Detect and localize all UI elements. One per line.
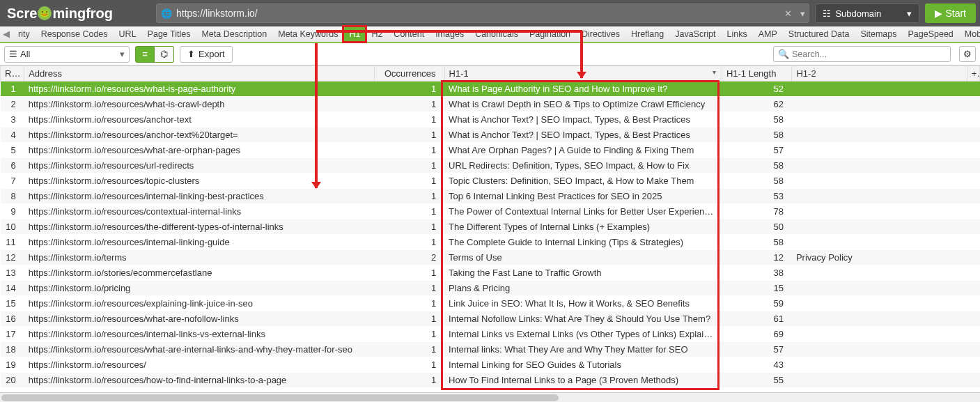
table-row[interactable]: 15https://linkstorm.io/resources/explain…	[1, 296, 980, 311]
url-dropdown-icon[interactable]: ▾	[796, 8, 809, 19]
tab-sitemaps[interactable]: Sitemaps	[855, 26, 902, 42]
search-input[interactable]	[792, 49, 946, 59]
cell-address: https://linkstorm.io/stories/ecommercefa…	[24, 265, 375, 281]
cell-rownum: 3	[1, 112, 24, 127]
filter-dropdown[interactable]: ☰ All ▾	[4, 46, 130, 63]
tab-structured-data[interactable]: Structured Data	[783, 26, 855, 42]
cell-h1-1-length: 58	[722, 173, 792, 189]
tab-links[interactable]: Links	[722, 26, 753, 42]
cell-h1-1: What is Anchor Text? | SEO Impact, Types…	[444, 127, 722, 143]
search-box[interactable]: 🔍	[773, 46, 951, 62]
start-button[interactable]: ▶ Start	[925, 3, 976, 23]
tab-amp[interactable]: AMP	[753, 26, 783, 42]
tab-directives[interactable]: Directives	[576, 26, 625, 42]
settings-button[interactable]: ⚙	[959, 46, 976, 62]
tab-response-codes[interactable]: Response Codes	[36, 26, 114, 42]
tab-url[interactable]: URL	[114, 26, 142, 42]
cell-h1-2	[792, 158, 967, 173]
cell-occurrences: 1	[375, 265, 445, 281]
cell-plus	[967, 173, 979, 189]
table-row[interactable]: 16https://linkstorm.io/resources/what-ar…	[1, 311, 980, 327]
list-view-button[interactable]: ≡	[135, 46, 155, 63]
tab-scroll-left[interactable]: ◀	[0, 26, 13, 42]
cell-occurrences: 1	[375, 204, 445, 219]
tab-content[interactable]: Content	[388, 26, 430, 42]
clear-url-icon[interactable]: ✕	[779, 8, 796, 19]
cell-plus	[967, 112, 979, 127]
cell-address: https://linkstorm.io/resources/	[24, 357, 375, 373]
annotation-arrow	[580, 31, 583, 78]
tab-canonicals[interactable]: Canonicals	[469, 26, 524, 42]
cell-h1-1-length: 53	[722, 189, 792, 204]
table-row[interactable]: 11https://linkstorm.io/resources/interna…	[1, 235, 980, 250]
table-row[interactable]: 13https://linkstorm.io/stories/ecommerce…	[1, 265, 980, 281]
table-row[interactable]: 19https://linkstorm.io/resources/1Intern…	[1, 357, 980, 373]
tab-pagination[interactable]: Pagination	[524, 26, 576, 42]
tab-meta-description[interactable]: Meta Description	[196, 26, 272, 42]
table-row[interactable]: 12https://linkstorm.io/terms2Terms of Us…	[1, 250, 980, 265]
col-row[interactable]: Row	[1, 66, 24, 82]
table-header-row: Row Address Occurrences H1-1 H1-1 Length…	[1, 66, 980, 82]
cell-h1-1: Internal Links vs External Links (vs Oth…	[444, 327, 722, 342]
cell-h1-1-length: 43	[722, 357, 792, 373]
url-input[interactable]	[176, 8, 779, 19]
table-row[interactable]: 9https://linkstorm.io/resources/contextu…	[1, 204, 980, 219]
tab-pagespeed[interactable]: PageSpeed	[902, 26, 958, 42]
table-row[interactable]: 8https://linkstorm.io/resources/internal…	[1, 189, 980, 204]
cell-h1-1: The Power of Contextual Internal Links f…	[444, 204, 722, 219]
cell-h1-2	[792, 173, 967, 189]
table-row[interactable]: 18https://linkstorm.io/resources/what-ar…	[1, 342, 980, 357]
cell-h1-1-length: 55	[722, 373, 792, 388]
scrollbar-thumb[interactable]	[1, 394, 559, 401]
tab-images[interactable]: Images	[430, 26, 469, 42]
cell-rownum: 19	[1, 357, 24, 373]
url-bar[interactable]: 🌐 ✕ ▾	[156, 3, 809, 23]
table-row[interactable]: 7https://linkstorm.io/resources/topic-cl…	[1, 173, 980, 189]
table-row[interactable]: 2https://linkstorm.io/resources/what-is-…	[1, 97, 980, 112]
cell-h1-2	[792, 204, 967, 219]
tab-rity[interactable]: rity	[13, 26, 36, 42]
cell-plus	[967, 143, 979, 158]
horizontal-scrollbar[interactable]	[0, 392, 980, 402]
tab-page-titles[interactable]: Page Titles	[142, 26, 196, 42]
table-row[interactable]: 10https://linkstorm.io/resources/the-dif…	[1, 219, 980, 235]
cell-h1-1: Top 6 Internal Linking Best Practices fo…	[444, 189, 722, 204]
cell-occurrences: 1	[375, 219, 445, 235]
cell-rownum: 16	[1, 311, 24, 327]
table-row[interactable]: 1https://linkstorm.io/resources/what-is-…	[1, 82, 980, 97]
cell-plus	[967, 265, 979, 281]
tab-javascript[interactable]: JavaScript	[669, 26, 721, 42]
export-label: Export	[199, 49, 225, 59]
col-address[interactable]: Address	[24, 66, 375, 82]
table-row[interactable]: 17https://linkstorm.io/resources/interna…	[1, 327, 980, 342]
table-row[interactable]: 6https://linkstorm.io/resources/url-redi…	[1, 158, 980, 173]
cell-occurrences: 1	[375, 327, 445, 342]
table-row[interactable]: 14https://linkstorm.io/pricing1Plans & P…	[1, 281, 980, 296]
tab-hreflang[interactable]: Hreflang	[625, 26, 669, 42]
tab-h2[interactable]: H2	[366, 26, 388, 42]
table-row[interactable]: 4https://linkstorm.io/resources/anchor-t…	[1, 127, 980, 143]
col-occurrences[interactable]: Occurrences	[375, 66, 445, 82]
cell-address: https://linkstorm.io/resources/what-are-…	[24, 342, 375, 357]
table-row[interactable]: 5https://linkstorm.io/resources/what-are…	[1, 143, 980, 158]
col-h1-1-length[interactable]: H1-1 Length	[722, 66, 792, 82]
col-h1-2[interactable]: H1-2	[792, 66, 967, 82]
cell-occurrences: 1	[375, 235, 445, 250]
cell-h1-1: URL Redirects: Definition, Types, SEO Im…	[444, 158, 722, 173]
mode-selector[interactable]: ☷ Subdomain ▾	[815, 3, 919, 23]
cell-h1-1: Terms of Use	[444, 250, 722, 265]
cell-rownum: 5	[1, 143, 24, 158]
table-row[interactable]: 3https://linkstorm.io/resources/anchor-t…	[1, 112, 980, 127]
tree-view-button[interactable]: ⌬	[155, 46, 174, 63]
results-grid[interactable]: Row Address Occurrences H1-1 H1-1 Length…	[0, 65, 980, 392]
col-add[interactable]: +	[967, 66, 979, 82]
tab-meta-keywords[interactable]: Meta Keywords	[272, 26, 343, 42]
cell-h1-2	[792, 112, 967, 127]
table-row[interactable]: 20https://linkstorm.io/resources/how-to-…	[1, 373, 980, 388]
cell-rownum: 7	[1, 173, 24, 189]
tab-mobile[interactable]: Mobile	[959, 26, 980, 42]
cell-h1-1-length: 69	[722, 327, 792, 342]
cell-h1-1: Internal links: What They Are and Why Th…	[444, 342, 722, 357]
tab-h1[interactable]: H1	[343, 26, 366, 42]
export-button[interactable]: ⬆ Export	[180, 46, 233, 63]
